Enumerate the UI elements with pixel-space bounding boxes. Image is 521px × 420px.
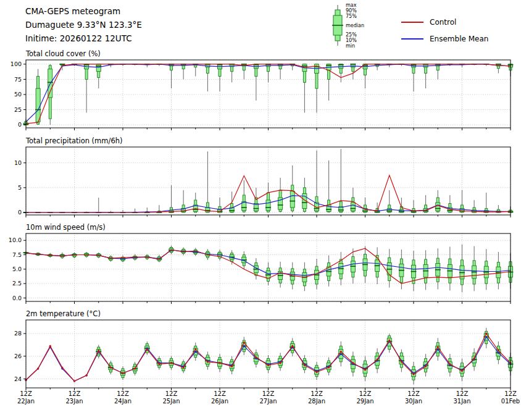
wind-speed-panel: 0.02.55.07.510.0	[9, 233, 514, 304]
svg-text:23Jan: 23Jan	[65, 398, 83, 405]
svg-text:29Jan: 29Jan	[356, 398, 373, 405]
svg-text:25: 25	[14, 106, 22, 113]
svg-text:12Z: 12Z	[407, 390, 420, 397]
panel-title-cloud-cover: Total cloud cover (%)	[25, 49, 101, 58]
svg-text:5: 5	[18, 184, 22, 191]
svg-text:28Jan: 28Jan	[308, 398, 325, 405]
precipitation-panel: 0510	[14, 147, 514, 217]
panel-title-wind-speed: 10m wind speed (m/s)	[26, 223, 106, 232]
svg-text:75: 75	[14, 76, 22, 83]
svg-text:31Jan: 31Jan	[453, 398, 470, 405]
svg-text:2.5: 2.5	[12, 280, 22, 287]
svg-text:5.0: 5.0	[12, 266, 22, 272]
svg-text:26Jan: 26Jan	[211, 398, 228, 405]
svg-text:24: 24	[14, 376, 22, 382]
svg-text:100: 100	[10, 61, 22, 67]
svg-text:12Z: 12Z	[214, 390, 226, 397]
svg-text:12Z: 12Z	[311, 390, 323, 397]
svg-text:28: 28	[14, 330, 22, 337]
svg-text:12Z: 12Z	[117, 390, 129, 397]
svg-text:12Z: 12Z	[504, 390, 517, 397]
svg-text:10.0: 10.0	[9, 237, 22, 243]
svg-text:0.0: 0.0	[12, 295, 22, 301]
svg-text:25Jan: 25Jan	[162, 398, 180, 405]
svg-text:12Z: 12Z	[359, 390, 372, 397]
svg-text:27Jan: 27Jan	[259, 398, 277, 405]
svg-text:12Z: 12Z	[69, 390, 81, 397]
svg-text:0: 0	[18, 209, 22, 216]
svg-text:26: 26	[14, 353, 22, 359]
cloud-cover-panel: 0255075100	[10, 60, 514, 130]
panel-title-temperature: 2m temperature (°C)	[26, 309, 101, 318]
svg-text:22Jan: 22Jan	[17, 398, 35, 405]
svg-text:24Jan: 24Jan	[114, 398, 131, 405]
meteogram-charts: Total cloud cover (%) Total precipitatio…	[0, 0, 521, 420]
svg-text:0: 0	[18, 121, 22, 128]
svg-text:50: 50	[14, 91, 22, 98]
svg-text:12Z: 12Z	[165, 390, 178, 397]
panel-title-precipitation: Total precipitation (mm/6h)	[25, 136, 122, 145]
x-axis-labels: 12Z22Jan12Z23Jan12Z24Jan12Z25Jan12Z26Jan…	[17, 390, 520, 405]
svg-text:12Z: 12Z	[262, 390, 275, 397]
svg-text:30Jan: 30Jan	[405, 398, 422, 405]
temperature-panel: 242628	[14, 320, 514, 390]
svg-text:01Feb: 01Feb	[501, 398, 520, 405]
svg-text:10: 10	[14, 159, 22, 166]
svg-text:12Z: 12Z	[20, 390, 32, 397]
svg-text:12Z: 12Z	[456, 390, 469, 397]
svg-text:7.5: 7.5	[12, 251, 22, 258]
